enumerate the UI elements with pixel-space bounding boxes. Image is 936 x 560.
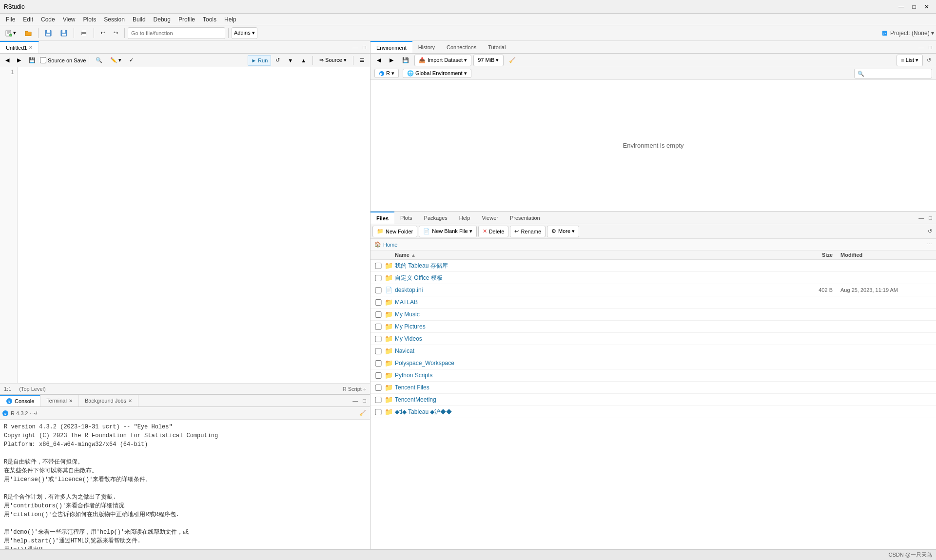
tab-background-jobs[interactable]: Background Jobs ✕ [79, 395, 138, 406]
tab-viewer[interactable]: Viewer [476, 212, 504, 224]
file-row-my-videos[interactable]: 📁 My Videos [370, 333, 936, 345]
go-to-file-input[interactable] [128, 27, 225, 39]
menu-profile[interactable]: Profile [175, 15, 199, 24]
editor-save-button[interactable]: 💾 [25, 55, 39, 66]
source-on-save-label[interactable]: Source on Save [40, 57, 86, 63]
import-dataset-button[interactable]: 📥 Import Dataset ▾ [414, 55, 471, 66]
up-button[interactable]: ▲ [297, 55, 310, 66]
tab-tutorial[interactable]: Tutorial [482, 41, 511, 53]
file-row-my-pictures[interactable]: 📁 My Pictures [370, 321, 936, 333]
terminal-close-icon[interactable]: ✕ [69, 398, 73, 404]
list-view-button[interactable]: ≡ List ▾ [897, 55, 923, 66]
code-editor[interactable] [18, 67, 370, 383]
file-row-desktop-ini[interactable]: 📄 desktop.ini 402 B Aug 25, 2023, 11:19 … [370, 284, 936, 296]
addins-dropdown[interactable]: Addins ▾ [232, 27, 257, 39]
down-button[interactable]: ▼ [284, 55, 296, 66]
tab-environment[interactable]: Environment [370, 41, 412, 53]
tab-terminal[interactable]: Terminal ✕ [40, 395, 79, 406]
file-row-polyspace[interactable]: 📁 Polyspace_Workspace [370, 357, 936, 369]
files-minimize-button[interactable]: — [916, 213, 926, 222]
r-env-button[interactable]: R R ▾ [374, 69, 399, 78]
menu-session[interactable]: Session [100, 15, 129, 24]
file-row-navicat[interactable]: 📁 Navicat [370, 345, 936, 357]
console-maximize-button[interactable]: □ [361, 396, 368, 405]
file-row-tencent-files[interactable]: 📁 Tencent Files [370, 382, 936, 394]
re-run-button[interactable]: ↺ [272, 55, 283, 66]
tab-help[interactable]: Help [453, 212, 476, 224]
open-file-button[interactable] [21, 27, 35, 39]
source-on-save-checkbox[interactable] [40, 57, 46, 63]
menu-plots[interactable]: Plots [79, 15, 100, 24]
wand-button[interactable]: ✏️ ▾ [107, 55, 125, 66]
breadcrumb-more-button[interactable]: ⋯ [927, 241, 932, 248]
tab-history[interactable]: History [412, 41, 441, 53]
maximize-button[interactable]: □ [909, 1, 919, 12]
file-checkbox-11[interactable] [374, 385, 382, 391]
tab-packages[interactable]: Packages [418, 212, 453, 224]
files-maximize-button[interactable]: □ [927, 213, 934, 222]
close-button[interactable]: ✕ [921, 1, 932, 12]
search-button[interactable]: 🔍 [92, 55, 106, 66]
file-checkbox-1[interactable] [374, 263, 382, 269]
menu-file[interactable]: File [2, 15, 19, 24]
env-forward-button[interactable]: ▶ [386, 55, 397, 66]
more-button[interactable]: ⚙ More ▾ [547, 226, 579, 237]
undo-button[interactable]: ↩ [97, 27, 108, 39]
env-maximize-button[interactable]: □ [927, 43, 934, 52]
tab-close-icon[interactable]: ✕ [29, 45, 33, 50]
file-checkbox-10[interactable] [374, 372, 382, 379]
menu-help[interactable]: Help [220, 15, 240, 24]
file-row-matlab[interactable]: 📁 MATLAB [370, 296, 936, 309]
env-refresh-button[interactable]: ↺ [925, 56, 933, 65]
file-checkbox-5[interactable] [374, 311, 382, 318]
source-button[interactable]: ⇒ Source ▾ [316, 55, 350, 66]
menu-edit[interactable]: Edit [19, 15, 37, 24]
file-row-office[interactable]: 📁 自定义 Office 模板 [370, 272, 936, 284]
env-minimize-button[interactable]: — [916, 43, 926, 52]
env-back-button[interactable]: ◀ [373, 55, 384, 66]
delete-button[interactable]: ✕ Delete [478, 226, 509, 237]
file-row-tencent-meeting[interactable]: 📁 TencentMeeting [370, 394, 936, 406]
tab-connections[interactable]: Connections [441, 41, 482, 53]
menu-tools[interactable]: Tools [199, 15, 220, 24]
env-search-input[interactable] [854, 69, 932, 78]
new-folder-button[interactable]: 📁 New Folder [372, 226, 417, 237]
file-checkbox-2[interactable] [374, 275, 382, 281]
console-content[interactable]: R version 4.3.2 (2023-10-31 ucrt) -- "Ey… [0, 420, 370, 560]
save-button[interactable] [41, 27, 55, 39]
env-clear-button[interactable]: 🧹 [506, 55, 519, 66]
editor-tab-untitled1[interactable]: Untitled1 ✕ [0, 41, 39, 53]
minimize-button[interactable]: — [896, 1, 907, 12]
print-button[interactable] [77, 27, 91, 39]
tab-plots[interactable]: Plots [394, 212, 418, 224]
run-button[interactable]: ► Run [248, 55, 271, 66]
files-refresh-button[interactable]: ↺ [926, 227, 934, 236]
env-save-button[interactable]: 💾 [399, 55, 412, 66]
console-minimize-button[interactable]: — [351, 396, 360, 405]
tab-files[interactable]: Files [370, 212, 394, 224]
editor-maximize-button[interactable]: □ [361, 43, 368, 52]
file-checkbox-6[interactable] [374, 324, 382, 330]
save-all-button[interactable] [57, 27, 71, 39]
file-checkbox-7[interactable] [374, 336, 382, 342]
new-script-button[interactable]: + ▾ [2, 27, 20, 39]
file-checkbox-3[interactable] [374, 287, 382, 293]
file-row-tableau-repo[interactable]: 📁 我的 Tableau 存储库 [370, 260, 936, 272]
menu-build[interactable]: Build [129, 15, 150, 24]
file-row-tableau-special[interactable]: 📁 ◆tl◆ Tableau ◆沪◆◆ [370, 406, 936, 418]
redo-button[interactable]: ↪ [110, 27, 121, 39]
global-env-button[interactable]: 🌐 Global Environment ▾ [403, 69, 471, 78]
check-button[interactable]: ✓ [126, 55, 137, 66]
editor-back-button[interactable]: ◀ [2, 55, 13, 66]
editor-forward-button[interactable]: ▶ [14, 55, 24, 66]
file-checkbox-13[interactable] [374, 409, 382, 415]
doc-outline-button[interactable]: ☰ [356, 55, 368, 66]
rename-button[interactable]: ↩ Rename [510, 226, 546, 237]
file-checkbox-9[interactable] [374, 360, 382, 367]
editor-minimize-button[interactable]: — [351, 43, 360, 52]
tab-console[interactable]: R Console [0, 395, 40, 406]
file-row-python-scripts[interactable]: 📁 Python Scripts [370, 369, 936, 382]
memory-usage-button[interactable]: 97 MiB ▾ [473, 55, 503, 66]
file-checkbox-8[interactable] [374, 348, 382, 354]
console-clear-button[interactable]: 🧹 [357, 409, 368, 418]
